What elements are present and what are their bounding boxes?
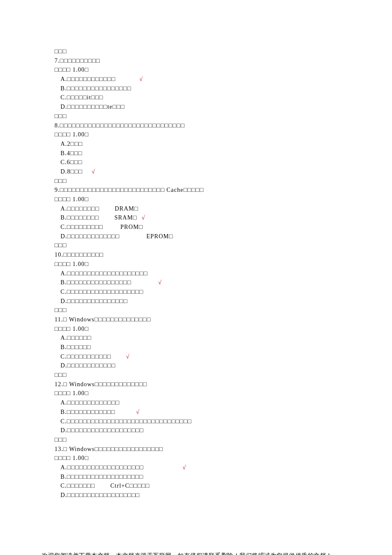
question-block: □□□8.□□□□□□□□□□□□□□□□□□□□□□□□□□□□□□□□□□□… xyxy=(55,112,366,176)
question-stem: 13.□ Windows□□□□□□□□□□□□□□□□□ xyxy=(55,445,366,454)
option-text: B.□□□□□□□□□□□□□□□□ xyxy=(61,84,131,93)
question-option: D.□□□□□□□□□□□□□□□□□□□ xyxy=(55,426,366,435)
question-option: C.□□□□□□□□□□□ √ xyxy=(55,352,366,361)
questions-list: □□□7.□□□□□□□□□□□□□□ 1.00□A.□□□□□□□□□□□□ … xyxy=(55,47,366,500)
check-mark-icon: √ xyxy=(144,463,186,472)
question-block: □□□10.□□□□□□□□□□□□□□ 1.00□A.□□□□□□□□□□□□… xyxy=(55,241,366,306)
option-text: C.□□□□□it□□□ xyxy=(61,93,103,102)
question-score: □□□□ 1.00□ xyxy=(55,324,366,334)
question-option: C.□□□□□it□□□ xyxy=(55,93,366,102)
question-option: A.2□□□ xyxy=(55,139,366,149)
question-score: □□□□ 1.00□ xyxy=(55,454,366,463)
question-option: A.□□□□□□□□□□□□□□□□□□□□ xyxy=(55,269,366,278)
question-option: C.6□□□ xyxy=(55,158,366,167)
option-text: A.□□□□□□ xyxy=(61,333,91,343)
question-stem: 12.□ Windows□□□□□□□□□□□□□ xyxy=(55,380,366,389)
question-option: C.□□□□□□□□□□□□□□□□□□□ xyxy=(55,287,366,297)
question-option: D.□□□□□□□□□□□□□□□ xyxy=(55,297,366,306)
question-block: □□□13.□ Windows□□□□□□□□□□□□□□□□□□□□□ 1.0… xyxy=(55,435,366,500)
option-text: B.□□□□□□□□□□□□ xyxy=(61,408,115,417)
question-prelude: □□□ xyxy=(55,435,366,445)
question-score: □□□□ 1.00□ xyxy=(55,195,366,204)
option-text: C.□□□□□□□□□□□□□□□□□□□ xyxy=(61,287,144,297)
option-text: D.□□□□□□□□□□□□□□□ xyxy=(61,297,127,306)
option-text: A.2□□□ xyxy=(61,139,83,149)
option-text: B.□□□□□□□□□□□□□□□□ xyxy=(61,278,131,287)
option-text: D.□□□□□□□□□□□□□□□□□□□ xyxy=(61,426,144,435)
question-option: B.□□□□□□□□□□□□□□□□ √ xyxy=(55,278,366,287)
check-mark-icon: √ xyxy=(111,352,130,361)
question-block: □□□11.□ Windows□□□□□□□□□□□□□□□□□□ 1.00□A… xyxy=(55,306,366,370)
question-option: A.□□□□□□□□□□□□ √ xyxy=(55,75,366,84)
question-option: D.8□□□ √ xyxy=(55,167,366,176)
question-option: B.□□□□□□□□□□□□□□□□□□□ xyxy=(55,472,366,482)
check-mark-icon: √ xyxy=(131,278,161,287)
question-score: □□□□ 1.00□ xyxy=(55,65,366,75)
option-text: D.8□□□ xyxy=(61,167,83,176)
option-text: D.□□□□□□□□□□te□□□ xyxy=(61,102,125,112)
question-option: B.□□□□□□□□□□□□ √ xyxy=(55,408,366,417)
option-text: B.□□□□□□□□□□□□□□□□□□□ xyxy=(61,472,144,482)
option-text: C.□□□□□□□ Ctrl+C□□□□□ xyxy=(61,481,150,491)
question-option: A.□□□□□□□□□□□□□□□□□□□ √ xyxy=(55,463,366,472)
question-option: C.□□□□□□□□□ PROM□ xyxy=(55,223,366,232)
question-stem: 8.□□□□□□□□□□□□□□□□□□□□□□□□□□□□□□□ xyxy=(55,121,366,130)
question-block: □□□12.□ Windows□□□□□□□□□□□□□□□□□ 1.00□A.… xyxy=(55,370,366,435)
check-mark-icon: √ xyxy=(137,213,145,223)
question-option: B.□□□□□□ xyxy=(55,343,366,352)
question-stem: 9.□□□□□□□□□□□□□□□□□□□□□□□□□□ Cache□□□□□ xyxy=(55,185,366,195)
question-block: □□□9.□□□□□□□□□□□□□□□□□□□□□□□□□□ Cache□□□… xyxy=(55,176,366,241)
question-option: C.□□□□□□□□□□□□□□□□□□□□□□□□□□□□□□□ xyxy=(55,417,366,426)
option-text: D.□□□□□□□□□□□□□□□□□□ xyxy=(61,491,140,500)
question-option: D.□□□□□□□□□□□□□□□□□□ xyxy=(55,491,366,500)
question-option: A.□□□□□□□□ DRAM□ xyxy=(55,204,366,214)
question-option: B.□□□□□□□□□□□□□□□□ xyxy=(55,84,366,93)
check-mark-icon: √ xyxy=(83,167,95,176)
question-prelude: □□□ xyxy=(55,112,366,121)
question-option: D.□□□□□□□□□□□□ xyxy=(55,361,366,370)
option-text: D.□□□□□□□□□□□□□ EPROM□ xyxy=(61,232,173,241)
question-prelude: □□□ xyxy=(55,306,366,315)
option-text: A.□□□□□□□□□□□□□□□□□□□ xyxy=(61,463,144,472)
question-score: □□□□ 1.00□ xyxy=(55,389,366,398)
option-text: C.□□□□□□□□□ PROM□ xyxy=(61,223,143,232)
question-block: □□□7.□□□□□□□□□□□□□□ 1.00□A.□□□□□□□□□□□□ … xyxy=(55,47,366,112)
question-option: B.□□□□□□□□ SRAM□ √ xyxy=(55,213,366,223)
option-text: D.□□□□□□□□□□□□ xyxy=(61,361,115,370)
option-text: B.□□□□□□ xyxy=(61,343,91,352)
footer-text: 欢迎您阅读并下载本文档，本文档来源于互联网，如有侵权请联系删除！我们将竭诚为您提… xyxy=(42,551,366,555)
question-option: D.□□□□□□□□□□te□□□ xyxy=(55,102,366,112)
option-text: C.6□□□ xyxy=(61,158,82,167)
question-stem: 11.□ Windows□□□□□□□□□□□□□□ xyxy=(55,315,366,324)
question-prelude: □□□ xyxy=(55,241,366,250)
option-text: A.□□□□□□□□ DRAM□ xyxy=(61,204,138,214)
question-score: □□□□ 1.00□ xyxy=(55,260,366,269)
check-mark-icon: √ xyxy=(115,75,143,84)
option-text: B.□□□□□□□□ SRAM□ xyxy=(61,213,137,223)
question-option: A.□□□□□□□□□□□□□ xyxy=(55,398,366,408)
page-container: □□□7.□□□□□□□□□□□□□□ 1.00□A.□□□□□□□□□□□□ … xyxy=(0,0,392,555)
option-text: B.4□□□ xyxy=(61,149,82,158)
question-score: □□□□ 1.00□ xyxy=(55,130,366,139)
question-option: B.4□□□ xyxy=(55,149,366,158)
question-prelude: □□□ xyxy=(55,176,366,186)
question-option: A.□□□□□□ xyxy=(55,333,366,343)
question-prelude: □□□ xyxy=(55,370,366,380)
option-text: A.□□□□□□□□□□□□ xyxy=(61,75,115,84)
option-text: C.□□□□□□□□□□□□□□□□□□□□□□□□□□□□□□□ xyxy=(61,417,192,426)
question-stem: 7.□□□□□□□□□□ xyxy=(55,56,366,66)
question-option: C.□□□□□□□ Ctrl+C□□□□□ xyxy=(55,481,366,491)
question-prelude: □□□ xyxy=(55,47,366,56)
question-option: D.□□□□□□□□□□□□□ EPROM□ xyxy=(55,232,366,241)
question-stem: 10.□□□□□□□□□□ xyxy=(55,250,366,260)
option-text: A.□□□□□□□□□□□□□□□□□□□□ xyxy=(61,269,148,278)
check-mark-icon: √ xyxy=(115,408,139,417)
option-text: A.□□□□□□□□□□□□□ xyxy=(61,398,120,408)
option-text: C.□□□□□□□□□□□ xyxy=(61,352,111,361)
